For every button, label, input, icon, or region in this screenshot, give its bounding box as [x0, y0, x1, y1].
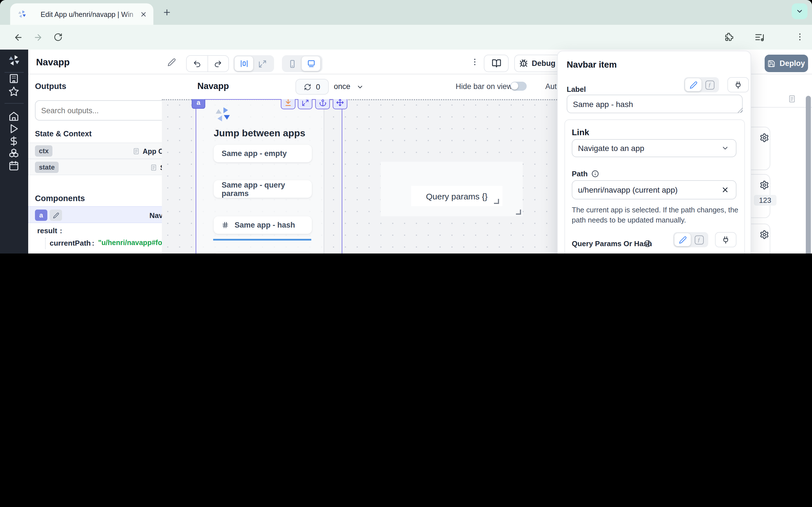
- query-params-container[interactable]: Query params {}: [380, 162, 523, 216]
- path-input[interactable]: u/henri/navapp (current app): [572, 180, 737, 200]
- media-playlist-icon[interactable]: [755, 32, 765, 42]
- result-key: result: [37, 226, 57, 235]
- label-editor-mode-group: ƒ: [684, 77, 719, 93]
- debug-button[interactable]: Debug: [514, 55, 560, 72]
- new-tab-icon[interactable]: [162, 8, 171, 17]
- selection-outline: [196, 99, 342, 253]
- qph-info-icon: [644, 240, 651, 247]
- connect-plug-button[interactable]: [715, 232, 737, 247]
- inner-resize-corner[interactable]: [494, 199, 499, 204]
- expand-down-button[interactable]: [281, 99, 296, 109]
- function-icon: ƒ: [705, 80, 714, 89]
- home-icon[interactable]: [8, 111, 19, 122]
- chevron-down-icon: [721, 144, 729, 152]
- label-input[interactable]: [567, 95, 743, 113]
- schedules-icon[interactable]: [8, 161, 19, 171]
- canvas-app-title: Navapp: [197, 81, 229, 91]
- browser-tab[interactable]: Edit App u/henri/navapp | Win: [10, 3, 153, 25]
- undo-button[interactable]: [187, 56, 208, 71]
- panel-scrollbar[interactable]: [806, 96, 811, 253]
- card-gear-icon[interactable]: [760, 133, 769, 143]
- forward-icon[interactable]: [33, 33, 43, 42]
- mobile-preview-button[interactable]: [283, 56, 302, 71]
- navbar-edit-badge[interactable]: [50, 210, 62, 221]
- desktop-preview-button[interactable]: [302, 56, 320, 71]
- resources-icon[interactable]: [8, 148, 19, 159]
- workspace-icon[interactable]: [8, 73, 19, 84]
- ctx-badge: ctx: [35, 145, 53, 157]
- path-info-icon: [592, 170, 599, 177]
- run-mode-chevron-icon[interactable]: [356, 83, 364, 91]
- tab-close-icon[interactable]: [140, 11, 147, 18]
- path-help-line1: The current app is selected. If the path…: [572, 206, 738, 214]
- qph-editor-mode-group: ƒ: [673, 232, 708, 247]
- windmill-favicon: [17, 10, 27, 18]
- function-icon: ƒ: [695, 235, 703, 244]
- docs-button[interactable]: [484, 55, 509, 72]
- clear-path-icon[interactable]: [721, 186, 729, 194]
- popover-title: Navbar item: [567, 60, 617, 70]
- label-label: Label: [567, 85, 586, 94]
- debug-label: Debug: [532, 59, 555, 68]
- tab-search-button[interactable]: [792, 3, 808, 19]
- undo-redo-group: [186, 55, 229, 72]
- windmill-logo-icon[interactable]: [8, 54, 20, 66]
- fullscreen-mode-button[interactable]: [253, 56, 272, 71]
- windmill-app: Navapp Debug: [0, 50, 812, 253]
- canvas[interactable]: Jump between apps Same app - empty Same …: [162, 99, 620, 253]
- screen: Edit App u/henri/navapp | Win app.windmi…: [0, 0, 812, 253]
- path-label: Path: [572, 170, 588, 178]
- reload-icon[interactable]: [54, 33, 63, 42]
- fullscreen-component-button[interactable]: [298, 99, 312, 109]
- components-title: Components: [35, 194, 85, 203]
- canvas-header: Navapp 0 once Hide bar on view Auth: [162, 74, 620, 99]
- search-outputs-input[interactable]: [35, 100, 183, 121]
- card-gear-icon[interactable]: [760, 230, 769, 239]
- deploy-label: Deploy: [779, 59, 805, 68]
- back-icon[interactable]: [13, 33, 23, 42]
- state-context-title: State & Context: [35, 129, 92, 138]
- hide-bar-toggle[interactable]: [510, 82, 527, 91]
- align-mode-button[interactable]: [235, 56, 253, 71]
- extensions-icon[interactable]: [724, 32, 733, 42]
- anchor-component-button[interactable]: [315, 99, 330, 109]
- path-help-line2: path needs to be updated manually.: [572, 216, 686, 224]
- editor-menu-kebab-icon[interactable]: [470, 57, 479, 66]
- refresh-count-button[interactable]: 0: [296, 79, 329, 95]
- workspace-rail: [0, 50, 28, 253]
- refresh-count: 0: [316, 82, 320, 91]
- settings-doc-icon[interactable]: [788, 95, 796, 103]
- selection-id-handle[interactable]: a: [192, 99, 205, 109]
- refresh-icon: [304, 83, 311, 91]
- function-mode-button[interactable]: ƒ: [691, 233, 707, 246]
- chevron-down-icon: [796, 7, 804, 15]
- state-doc-icon: [150, 164, 157, 171]
- browser-tab-strip: Edit App u/henri/navapp | Win: [0, 0, 812, 25]
- outer-resize-corner[interactable]: [516, 210, 521, 215]
- favorites-star-icon[interactable]: [8, 86, 19, 97]
- device-preview-group: [282, 55, 322, 72]
- hide-bar-label: Hide bar on view: [456, 82, 512, 91]
- card-gear-icon[interactable]: [760, 180, 769, 190]
- app-title: Navapp: [36, 57, 70, 68]
- link-section: Link Navigate to an app Path u/henri/nav…: [564, 119, 745, 253]
- redo-button[interactable]: [208, 56, 229, 71]
- link-title: Link: [572, 127, 589, 137]
- deploy-button[interactable]: Deploy: [765, 55, 808, 72]
- runs-icon[interactable]: [8, 123, 19, 134]
- variables-icon[interactable]: [8, 136, 19, 147]
- link-type-select[interactable]: Navigate to an app: [572, 139, 737, 157]
- static-pencil-button[interactable]: [685, 78, 702, 91]
- browser-toolbar: app.windmill.dev/apps/edit/u/henri/navap…: [0, 25, 812, 50]
- edit-title-pencil-icon[interactable]: [167, 58, 176, 66]
- static-pencil-button[interactable]: [674, 233, 691, 246]
- function-mode-button[interactable]: ƒ: [702, 78, 718, 91]
- current-path-key: currentPath: [50, 239, 91, 247]
- run-mode-select[interactable]: once: [334, 82, 350, 91]
- move-component-button[interactable]: [333, 99, 347, 109]
- navbar-item-popover: Navbar item Label ƒ Link Navigate to an …: [557, 51, 751, 253]
- browser-menu-icon[interactable]: [795, 32, 805, 42]
- connect-plug-button[interactable]: [727, 77, 749, 93]
- qph-label: Query Params Or Hash: [572, 239, 652, 248]
- ctx-doc-icon: [133, 148, 140, 155]
